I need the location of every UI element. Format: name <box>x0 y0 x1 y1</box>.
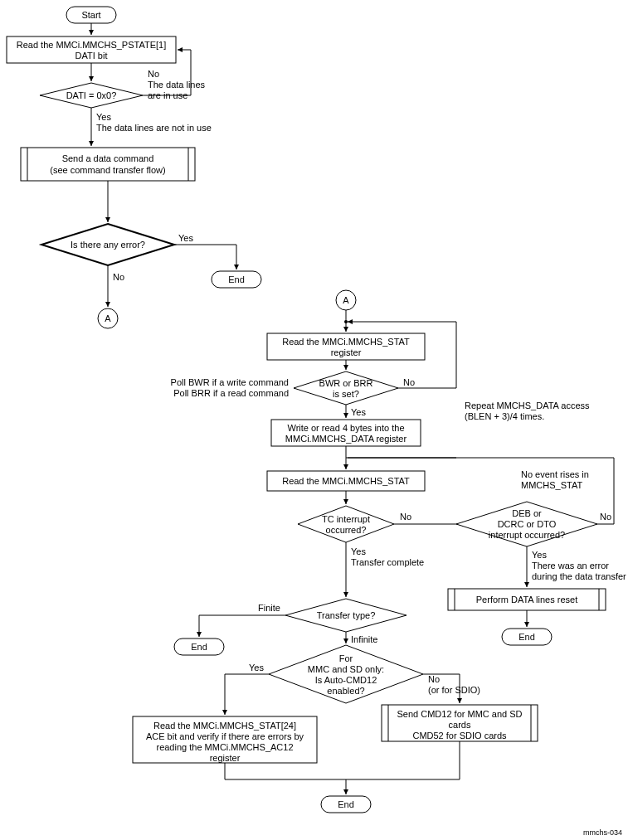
svg-text:No: No <box>148 69 159 79</box>
svg-text:Poll BRR if a read command: Poll BRR if a read command <box>173 388 289 398</box>
svg-text:The data lines: The data lines <box>148 80 206 90</box>
svg-text:Yes: Yes <box>249 663 264 672</box>
svg-text:(see command transfer flow): (see command transfer flow) <box>50 165 165 175</box>
svg-text:DEB or: DEB or <box>512 508 542 518</box>
svg-text:End: End <box>518 632 535 642</box>
svg-text:No: No <box>600 512 611 522</box>
svg-text:MMCi.MMCHS_DATA register: MMCi.MMCHS_DATA register <box>285 434 407 444</box>
svg-point-19 <box>344 320 348 323</box>
svg-text:cards: cards <box>449 720 471 730</box>
svg-text:BWR or BRR: BWR or BRR <box>319 378 373 388</box>
svg-text:MMC and SD only:: MMC and SD only: <box>308 664 384 674</box>
svg-text:Finite: Finite <box>258 603 280 613</box>
svg-text:The data lines are not in use: The data lines are not in use <box>96 123 212 133</box>
svg-text:(BLEN + 3)/4 times.: (BLEN + 3)/4 times. <box>465 411 544 421</box>
figure-id: mmchs-034 <box>583 828 622 837</box>
svg-text:Poll BWR if a write command: Poll BWR if a write command <box>171 377 289 387</box>
flowchart-diagram: Start Read the MMCi.MMCHS_PSTATE[1] DATI… <box>0 0 628 840</box>
svg-text:reading the MMCi.MMCHS_AC12: reading the MMCi.MMCHS_AC12 <box>156 742 293 752</box>
svg-text:enabled?: enabled? <box>327 686 364 696</box>
svg-text:Yes: Yes <box>351 407 366 417</box>
svg-text:End: End <box>191 642 207 652</box>
svg-text:No: No <box>403 377 415 387</box>
svg-text:Transfer type?: Transfer type? <box>317 610 376 620</box>
svg-text:For: For <box>339 653 353 663</box>
svg-text:A: A <box>105 313 111 323</box>
svg-text:Write or read 4 bytes into the: Write or read 4 bytes into the <box>287 423 404 433</box>
svg-text:End: End <box>228 274 245 284</box>
svg-text:Repeat MMCHS_DATA access: Repeat MMCHS_DATA access <box>465 401 590 410</box>
svg-text:DATI bit: DATI bit <box>75 51 108 61</box>
svg-text:CMD52 for SDIO cards: CMD52 for SDIO cards <box>412 731 507 740</box>
svg-text:Is there any error?: Is there any error? <box>71 240 145 250</box>
svg-text:are in use: are in use <box>148 90 187 100</box>
svg-text:Yes: Yes <box>178 233 193 243</box>
svg-text:DCRC or DTO: DCRC or DTO <box>498 519 557 529</box>
svg-text:ACE bit and verify if there ar: ACE bit and verify if there are errors b… <box>146 731 304 741</box>
svg-text:Is Auto-CMD12: Is Auto-CMD12 <box>315 675 377 685</box>
svg-text:register: register <box>210 753 241 763</box>
svg-text:A: A <box>343 295 349 305</box>
svg-text:interrupt occurred?: interrupt occurred? <box>489 530 565 540</box>
svg-text:Read the MMCi.MMCHS_PSTATE[1]: Read the MMCi.MMCHS_PSTATE[1] <box>17 40 167 50</box>
svg-text:Yes: Yes <box>351 546 366 556</box>
svg-text:End: End <box>338 799 354 809</box>
svg-text:Read the MMCi.MMCHS_STAT: Read the MMCi.MMCHS_STAT <box>282 337 410 347</box>
svg-text:There was an error: There was an error <box>532 561 609 571</box>
svg-text:is set?: is set? <box>333 389 359 399</box>
svg-text:Transfer complete: Transfer complete <box>351 557 424 567</box>
svg-text:No: No <box>428 674 440 684</box>
svg-text:No: No <box>113 272 124 282</box>
svg-text:DATI = 0x0?: DATI = 0x0? <box>66 90 117 100</box>
svg-text:Yes: Yes <box>532 550 547 560</box>
svg-text:Perform DATA lines reset: Perform DATA lines reset <box>476 595 577 605</box>
svg-text:Read the MMCi.MMCHS_STAT[24]: Read the MMCi.MMCHS_STAT[24] <box>153 721 296 731</box>
svg-text:No: No <box>400 512 411 522</box>
svg-text:during the data transfer: during the data transfer <box>532 571 626 581</box>
svg-text:MMCHS_STAT: MMCHS_STAT <box>521 480 582 490</box>
svg-text:occurred?: occurred? <box>326 525 367 535</box>
terminal-start-label: Start <box>81 10 100 20</box>
svg-text:Infinite: Infinite <box>351 634 377 644</box>
svg-text:TC interrupt: TC interrupt <box>322 514 370 524</box>
svg-text:Send a data command: Send a data command <box>62 153 154 163</box>
svg-text:No event rises in: No event rises in <box>521 469 589 479</box>
svg-text:(or for SDIO): (or for SDIO) <box>428 685 480 695</box>
svg-text:Yes: Yes <box>96 112 111 122</box>
svg-text:Send CMD12 for MMC and SD: Send CMD12 for MMC and SD <box>397 709 523 719</box>
svg-text:register: register <box>331 347 362 357</box>
svg-text:Read the MMCi.MMCHS_STAT: Read the MMCi.MMCHS_STAT <box>282 476 410 486</box>
